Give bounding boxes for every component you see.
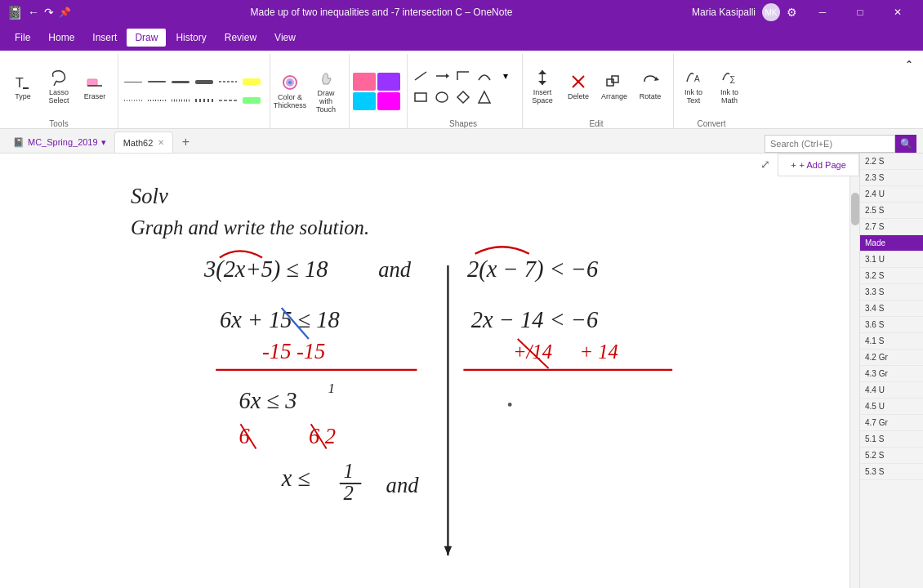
- pen-swatch-7[interactable]: [122, 91, 145, 109]
- lasso-select-tool[interactable]: LassoSelect: [42, 65, 75, 108]
- svg-text:2: 2: [344, 482, 354, 504]
- eraser-tool[interactable]: Eraser: [78, 66, 111, 107]
- search-button[interactable]: 🔍: [895, 135, 916, 153]
- shape-diamond[interactable]: [453, 87, 473, 107]
- settings-icon[interactable]: ⚙: [787, 6, 797, 19]
- section-4-5-u[interactable]: 4.5 U: [860, 399, 923, 415]
- collapse-ribbon-btn[interactable]: ⌃: [902, 57, 916, 72]
- svg-marker-22: [538, 70, 546, 74]
- pen-swatch-3[interactable]: [169, 73, 192, 91]
- section-4-3-gr[interactable]: 4.3 Gr: [860, 366, 923, 382]
- color-thickness-label: Color &Thickness: [274, 93, 307, 109]
- svg-text:and: and: [378, 257, 412, 282]
- svg-text:∑: ∑: [729, 74, 735, 83]
- type-tool[interactable]: T Type: [7, 66, 39, 107]
- menu-history[interactable]: History: [167, 29, 214, 47]
- section-4-4-u[interactable]: 4.4 U: [860, 382, 923, 399]
- section-2-5-s[interactable]: 2.5 S: [860, 203, 923, 219]
- pen-swatch-4[interactable]: [193, 73, 216, 91]
- canvas[interactable]: + + Add Page ⤢ Solv Graph and write the …: [0, 154, 859, 588]
- page-content: Solv Graph and write the solution. 3(2x+…: [0, 176, 849, 588]
- menu-draw[interactable]: Draw: [127, 29, 166, 47]
- svg-point-59: [508, 403, 512, 407]
- pen-swatch-9[interactable]: [169, 91, 192, 109]
- section-3-2-s[interactable]: 3.2 S: [860, 268, 923, 284]
- section-5-1-s[interactable]: 5.1 S: [860, 431, 923, 448]
- svg-line-14: [415, 72, 426, 80]
- color-swatch-magenta[interactable]: [377, 92, 400, 110]
- section-2-7-s[interactable]: 2.7 S: [860, 219, 923, 235]
- pen-swatch-8[interactable]: [145, 91, 168, 109]
- pen-swatch-1[interactable]: [122, 73, 145, 91]
- section-3-6-s[interactable]: 3.6 S: [860, 317, 923, 333]
- section-5-2-s[interactable]: 5.2 S: [860, 448, 923, 464]
- scrollbar-thumb[interactable]: [851, 193, 859, 225]
- close-button[interactable]: ✕: [879, 0, 916, 24]
- pen-swatch-5[interactable]: [216, 73, 239, 91]
- vertical-scrollbar[interactable]: [849, 176, 859, 588]
- search-input[interactable]: [765, 135, 895, 153]
- redo-button[interactable]: ↷: [44, 6, 54, 19]
- shape-triangle[interactable]: [475, 87, 494, 107]
- section-3-4-s[interactable]: 3.4 S: [860, 301, 923, 317]
- section-2-4-u[interactable]: 2.4 U: [860, 186, 923, 203]
- svg-point-18: [436, 92, 448, 102]
- svg-rect-3: [87, 79, 97, 86]
- svg-text:+ 14: + 14: [579, 341, 618, 363]
- pen-swatch-highlight-green[interactable]: [240, 91, 263, 109]
- insert-space-btn[interactable]: InsertSpace: [526, 65, 559, 108]
- ink-to-math-btn[interactable]: ∑ Ink toMath: [713, 65, 746, 108]
- section-made[interactable]: Made: [860, 235, 923, 252]
- shape-elbow[interactable]: [453, 66, 473, 86]
- color-swatch-cyan[interactable]: [353, 92, 376, 110]
- add-tab-btn[interactable]: +: [175, 131, 196, 153]
- section-4-7-gr[interactable]: 4.7 Gr: [860, 415, 923, 431]
- notebook-selector[interactable]: 📓 MC_Spring_2019 ▾: [7, 131, 113, 153]
- menu-view[interactable]: View: [266, 29, 304, 47]
- section-2-2-s[interactable]: 2.2 S: [860, 154, 923, 170]
- menu-home[interactable]: Home: [40, 29, 82, 47]
- shapes-row-2: [411, 87, 515, 107]
- add-page-btn[interactable]: + + Add Page: [778, 154, 859, 176]
- color-thickness-btn[interactable]: Color &Thickness: [274, 70, 306, 113]
- section-2-3-s[interactable]: 2.3 S: [860, 170, 923, 186]
- shape-circle[interactable]: [432, 87, 452, 107]
- svg-text:and: and: [386, 473, 420, 497]
- color-swatch-pink[interactable]: [353, 73, 376, 91]
- svg-marker-19: [457, 91, 469, 103]
- section-5-3-s[interactable]: 5.3 S: [860, 464, 923, 480]
- section-4-2-gr[interactable]: 4.2 Gr: [860, 350, 923, 366]
- arrange-btn[interactable]: Arrange: [598, 66, 631, 107]
- section-4-1-s[interactable]: 4.1 S: [860, 333, 923, 350]
- color-swatch-purple[interactable]: [377, 73, 400, 91]
- back-button[interactable]: ←: [28, 6, 39, 19]
- expand-icon[interactable]: ⤢: [756, 155, 774, 173]
- pen-swatch-highlight-yellow[interactable]: [240, 73, 263, 91]
- pen-swatch-11[interactable]: [216, 91, 239, 109]
- ink-to-text-btn[interactable]: A Ink toText: [677, 65, 710, 108]
- pen-swatch-10[interactable]: [193, 91, 216, 109]
- maximize-button[interactable]: □: [841, 0, 879, 24]
- menu-review[interactable]: Review: [216, 29, 265, 47]
- shape-line[interactable]: [411, 66, 430, 86]
- shape-more[interactable]: ▾: [496, 66, 515, 86]
- pin-button[interactable]: 📌: [59, 7, 71, 18]
- delete-btn[interactable]: Delete: [562, 66, 595, 107]
- shape-arrow[interactable]: [432, 66, 452, 86]
- minimize-button[interactable]: ─: [804, 0, 841, 24]
- draw-with-touch-btn[interactable]: Draw withTouch: [310, 66, 342, 117]
- page-tab-math62[interactable]: Math62 ✕: [114, 131, 174, 153]
- user-name: Maria Kasipalli: [692, 7, 756, 18]
- menu-file[interactable]: File: [7, 29, 38, 47]
- shape-arc[interactable]: [475, 66, 494, 86]
- shape-rect[interactable]: [411, 87, 430, 107]
- user-avatar[interactable]: MK: [762, 3, 780, 21]
- pen-swatch-2[interactable]: [145, 73, 168, 91]
- section-3-3-s[interactable]: 3.3 S: [860, 284, 923, 301]
- color-swatches: [353, 73, 400, 110]
- svg-marker-16: [446, 74, 449, 78]
- menu-insert[interactable]: Insert: [84, 29, 125, 47]
- section-3-1-u[interactable]: 3.1 U: [860, 252, 923, 268]
- rotate-btn[interactable]: Rotate: [634, 66, 667, 107]
- page-tab-close[interactable]: ✕: [158, 138, 164, 147]
